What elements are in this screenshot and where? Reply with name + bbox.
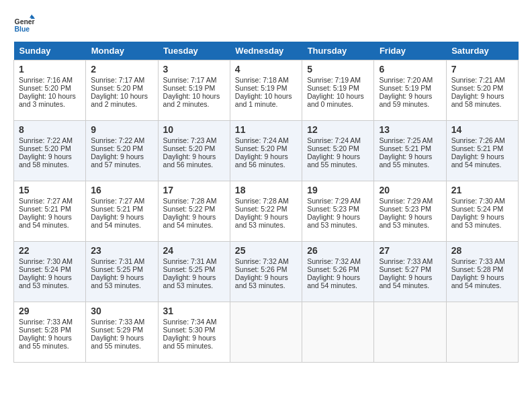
calendar-cell	[302, 302, 374, 363]
sunrise-text: Sunrise: 7:33 AM	[91, 318, 144, 326]
day-number: 18	[235, 185, 297, 195]
sunrise-text: Sunrise: 7:33 AM	[379, 257, 433, 265]
daylight-text: Daylight: 9 hours and 54 minutes.	[307, 273, 360, 289]
sunset-text: Sunset: 5:21 PM	[91, 205, 143, 213]
day-number: 3	[163, 64, 225, 75]
daylight-text: Daylight: 9 hours and 53 minutes.	[163, 273, 216, 289]
day-number: 21	[451, 185, 513, 195]
sunset-text: Sunset: 5:20 PM	[307, 144, 359, 152]
calendar-cell: 30Sunrise: 7:33 AMSunset: 5:29 PMDayligh…	[86, 302, 158, 363]
sunrise-text: Sunrise: 7:27 AM	[19, 197, 73, 205]
calendar-header-row: SundayMondayTuesdayWednesdayThursdayFrid…	[14, 42, 519, 60]
daylight-text: Daylight: 10 hours and 2 minutes.	[91, 92, 148, 108]
week-row-3: 15Sunrise: 7:27 AMSunset: 5:21 PMDayligh…	[14, 181, 519, 242]
daylight-text: Daylight: 9 hours and 56 minutes.	[235, 152, 288, 169]
sunrise-text: Sunrise: 7:16 AM	[19, 76, 73, 84]
calendar-cell: 7Sunrise: 7:21 AMSunset: 5:20 PMDaylight…	[446, 60, 518, 121]
sunrise-text: Sunrise: 7:17 AM	[91, 76, 144, 84]
day-number: 19	[307, 185, 369, 195]
calendar-cell: 11Sunrise: 7:24 AMSunset: 5:20 PMDayligh…	[230, 121, 302, 181]
day-number: 15	[19, 185, 81, 195]
sunrise-text: Sunrise: 7:26 AM	[451, 136, 505, 144]
sunrise-text: Sunrise: 7:32 AM	[235, 257, 289, 265]
day-number: 14	[451, 124, 513, 135]
day-number: 23	[91, 245, 152, 256]
daylight-text: Daylight: 9 hours and 58 minutes.	[451, 92, 504, 108]
sunset-text: Sunset: 5:26 PM	[307, 265, 359, 273]
calendar-cell: 8Sunrise: 7:22 AMSunset: 5:20 PMDaylight…	[14, 121, 86, 181]
sunrise-text: Sunrise: 7:18 AM	[235, 76, 289, 84]
sunrise-text: Sunrise: 7:31 AM	[163, 257, 217, 265]
sunrise-text: Sunrise: 7:23 AM	[163, 136, 217, 144]
sunset-text: Sunset: 5:19 PM	[307, 84, 359, 92]
sunset-text: Sunset: 5:21 PM	[19, 205, 71, 213]
daylight-text: Daylight: 10 hours and 0 minutes.	[307, 92, 364, 108]
day-number: 4	[235, 64, 297, 75]
day-header-tuesday: Tuesday	[158, 42, 230, 60]
sunset-text: Sunset: 5:22 PM	[163, 205, 216, 213]
day-number: 25	[235, 245, 297, 256]
sunset-text: Sunset: 5:23 PM	[307, 205, 359, 213]
day-number: 1	[19, 64, 81, 75]
daylight-text: Daylight: 9 hours and 53 minutes.	[19, 273, 72, 289]
day-header-friday: Friday	[374, 42, 446, 60]
sunset-text: Sunset: 5:27 PM	[379, 265, 431, 273]
calendar-cell: 27Sunrise: 7:33 AMSunset: 5:27 PMDayligh…	[374, 242, 446, 302]
calendar-cell: 21Sunrise: 7:30 AMSunset: 5:24 PMDayligh…	[446, 181, 518, 242]
calendar-cell	[230, 302, 302, 363]
daylight-text: Daylight: 9 hours and 55 minutes.	[163, 334, 216, 350]
calendar-cell: 2Sunrise: 7:17 AMSunset: 5:20 PMDaylight…	[86, 60, 158, 121]
calendar-cell	[446, 302, 518, 363]
day-number: 27	[379, 245, 441, 256]
day-number: 31	[163, 306, 225, 316]
calendar-cell	[374, 302, 446, 363]
page-header: General Blue	[13, 13, 519, 35]
calendar-cell: 16Sunrise: 7:27 AMSunset: 5:21 PMDayligh…	[86, 181, 158, 242]
daylight-text: Daylight: 9 hours and 53 minutes.	[91, 273, 144, 289]
calendar-cell: 9Sunrise: 7:22 AMSunset: 5:20 PMDaylight…	[86, 121, 158, 181]
calendar-cell: 13Sunrise: 7:25 AMSunset: 5:21 PMDayligh…	[374, 121, 446, 181]
day-number: 17	[163, 185, 225, 195]
daylight-text: Daylight: 9 hours and 59 minutes.	[379, 92, 432, 108]
day-header-thursday: Thursday	[302, 42, 374, 60]
calendar-cell: 25Sunrise: 7:32 AMSunset: 5:26 PMDayligh…	[230, 242, 302, 302]
calendar-cell: 12Sunrise: 7:24 AMSunset: 5:20 PMDayligh…	[302, 121, 374, 181]
day-number: 9	[91, 124, 152, 135]
sunset-text: Sunset: 5:28 PM	[451, 265, 504, 273]
sunrise-text: Sunrise: 7:17 AM	[163, 76, 217, 84]
daylight-text: Daylight: 9 hours and 53 minutes.	[235, 273, 288, 289]
calendar-cell: 26Sunrise: 7:32 AMSunset: 5:26 PMDayligh…	[302, 242, 374, 302]
sunrise-text: Sunrise: 7:21 AM	[451, 76, 505, 84]
day-number: 5	[307, 64, 369, 75]
day-number: 22	[19, 245, 81, 256]
calendar-cell: 14Sunrise: 7:26 AMSunset: 5:21 PMDayligh…	[446, 121, 518, 181]
week-row-5: 29Sunrise: 7:33 AMSunset: 5:28 PMDayligh…	[14, 302, 519, 363]
day-number: 2	[91, 64, 152, 75]
sunset-text: Sunset: 5:20 PM	[451, 84, 504, 92]
sunrise-text: Sunrise: 7:32 AM	[307, 257, 361, 265]
sunset-text: Sunset: 5:20 PM	[19, 144, 71, 152]
sunset-text: Sunset: 5:19 PM	[379, 84, 431, 92]
calendar-cell: 24Sunrise: 7:31 AMSunset: 5:25 PMDayligh…	[158, 242, 230, 302]
calendar-cell: 3Sunrise: 7:17 AMSunset: 5:19 PMDaylight…	[158, 60, 230, 121]
daylight-text: Daylight: 9 hours and 55 minutes.	[379, 152, 432, 169]
sunrise-text: Sunrise: 7:30 AM	[19, 257, 73, 265]
daylight-text: Daylight: 9 hours and 53 minutes.	[379, 213, 432, 229]
daylight-text: Daylight: 9 hours and 54 minutes.	[19, 213, 72, 229]
daylight-text: Daylight: 9 hours and 54 minutes.	[451, 152, 504, 169]
daylight-text: Daylight: 9 hours and 55 minutes.	[91, 334, 144, 350]
calendar-cell: 23Sunrise: 7:31 AMSunset: 5:25 PMDayligh…	[86, 242, 158, 302]
daylight-text: Daylight: 9 hours and 53 minutes.	[235, 213, 288, 229]
day-number: 29	[19, 306, 81, 316]
calendar-cell: 5Sunrise: 7:19 AMSunset: 5:19 PMDaylight…	[302, 60, 374, 121]
calendar-cell: 1Sunrise: 7:16 AMSunset: 5:20 PMDaylight…	[14, 60, 86, 121]
sunrise-text: Sunrise: 7:28 AM	[235, 197, 289, 205]
daylight-text: Daylight: 10 hours and 3 minutes.	[19, 92, 76, 108]
day-number: 12	[307, 124, 369, 135]
sunrise-text: Sunrise: 7:19 AM	[307, 76, 361, 84]
calendar-cell: 18Sunrise: 7:28 AMSunset: 5:22 PMDayligh…	[230, 181, 302, 242]
daylight-text: Daylight: 9 hours and 54 minutes.	[451, 273, 504, 289]
calendar-cell: 15Sunrise: 7:27 AMSunset: 5:21 PMDayligh…	[14, 181, 86, 242]
sunset-text: Sunset: 5:19 PM	[235, 84, 287, 92]
sunset-text: Sunset: 5:30 PM	[163, 326, 216, 334]
